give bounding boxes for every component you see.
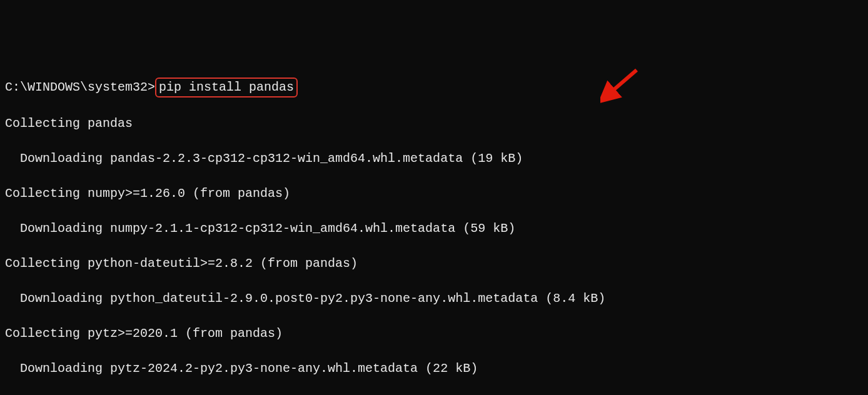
output-line: Collecting pytz>=2020.1 (from pandas): [5, 325, 863, 342]
output-line: Collecting python-dateutil>=2.8.2 (from …: [5, 255, 863, 272]
output-line: Downloading python_dateutil-2.9.0.post0-…: [5, 290, 863, 308]
output-line: Downloading pytz-2024.2-py2.py3-none-any…: [5, 360, 863, 378]
command-text: pip install pandas: [159, 80, 294, 94]
output-line: Downloading pandas-2.2.3-cp312-cp312-win…: [5, 150, 863, 168]
command-highlight: pip install pandas: [155, 78, 298, 98]
prompt-line: C:\WINDOWS\system32>pip install pandas: [5, 78, 863, 98]
output-line: Collecting pandas: [5, 115, 863, 132]
output-line: Collecting numpy>=1.26.0 (from pandas): [5, 185, 863, 202]
shell-prompt: C:\WINDOWS\system32>: [5, 80, 155, 94]
output-line: Downloading numpy-2.1.1-cp312-cp312-win_…: [5, 220, 863, 238]
